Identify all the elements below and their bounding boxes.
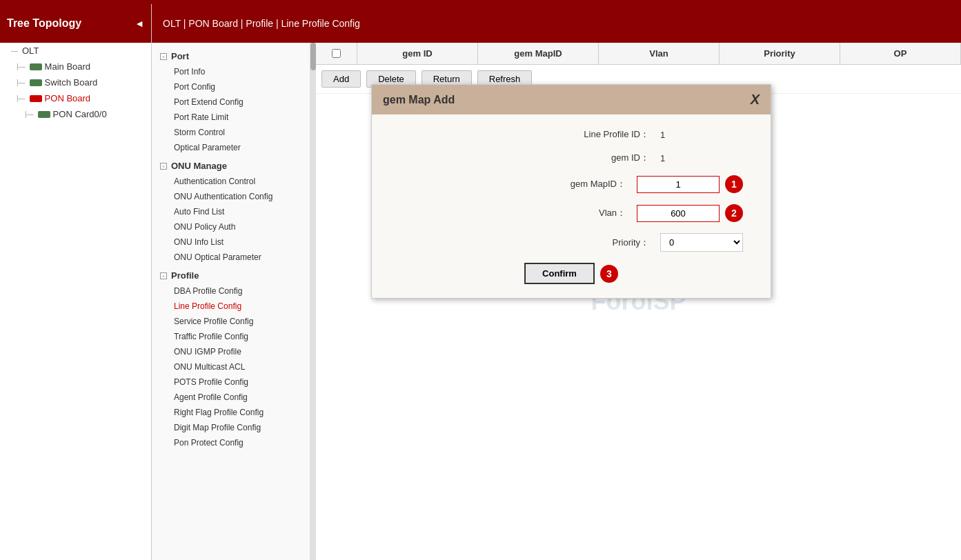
menu-item-onu-optical-param[interactable]: ONU Optical Parameter <box>152 250 310 265</box>
sidebar-collapse-icon[interactable]: ◄ <box>135 18 144 29</box>
tree-item-poncard[interactable]: |— PON Card0/0 <box>0 106 151 122</box>
menu-item-service-profile[interactable]: Service Profile Config <box>152 314 310 329</box>
menu-scrollbar[interactable] <box>310 43 316 560</box>
tree-item-ponboard[interactable]: |— PON Board <box>0 90 151 106</box>
line-profile-id-label: Line Profile ID： <box>553 128 649 141</box>
menu-item-auto-find-list[interactable]: Auto Find List <box>152 204 310 219</box>
tree-connector: |— <box>17 63 26 70</box>
menu-section-port: - Port Port Info Port Config Port Extend… <box>152 48 310 155</box>
tree-connector: |— <box>17 79 26 86</box>
menu-item-dba-profile[interactable]: DBA Profile Config <box>152 283 310 299</box>
menu-item-digit-map-profile[interactable]: Digit Map Profile Config <box>152 420 310 435</box>
table-header: gem ID gem MapID Vlan Priority OP <box>316 43 961 65</box>
menu-item-onu-igmp-profile[interactable]: ONU IGMP Profile <box>152 344 310 359</box>
tree-item-switchboard[interactable]: |— Switch Board <box>0 74 151 90</box>
gem-id-value: 1 <box>660 153 743 163</box>
profile-section-label: Profile <box>171 270 199 281</box>
tree-connector: — <box>11 47 18 54</box>
tree-connector: |— <box>17 94 26 102</box>
board-icon <box>38 111 50 118</box>
menu-item-onu-auth-config[interactable]: ONU Authentication Config <box>152 189 310 204</box>
board-icon <box>30 95 42 102</box>
modal-close-button[interactable]: X <box>751 92 760 108</box>
sidebar-title: Tree Topology <box>7 17 81 30</box>
menu-item-pots-profile[interactable]: POTS Profile Config <box>152 374 310 390</box>
th-op: OP <box>840 43 961 64</box>
form-row-vlan: Vlan： 2 <box>399 204 743 222</box>
menu-item-port-extend-config[interactable]: Port Extend Config <box>152 94 310 110</box>
board-icon <box>30 63 42 70</box>
menu-item-agent-profile[interactable]: Agent Profile Config <box>152 390 310 405</box>
th-gem-id: gem ID <box>357 43 478 64</box>
table-area: gem ID gem MapID Vlan Priority OP Add De… <box>316 43 961 560</box>
vlan-label: Vlan： <box>529 207 626 219</box>
gem-map-add-modal: gem Map Add X Line Profile ID： 1 gem ID：… <box>371 84 771 299</box>
menu-item-port-rate-limit[interactable]: Port Rate Limit <box>152 110 310 125</box>
form-row-gem-mapid: gem MapID： 1 <box>399 175 743 193</box>
select-all-checkbox[interactable] <box>332 49 341 58</box>
menu-item-onu-info-list[interactable]: ONU Info List <box>152 234 310 250</box>
menu-item-line-profile[interactable]: Line Profile Config <box>152 299 310 314</box>
gem-id-label: gem ID： <box>553 152 649 164</box>
confirm-row: Confirm 3 <box>399 263 743 284</box>
tree-connector: |— <box>25 110 34 118</box>
th-gem-mapid: gem MapID <box>478 43 599 64</box>
collapse-icon: - <box>160 53 167 60</box>
step-2-badge: 2 <box>725 204 743 222</box>
port-section-label: Port <box>171 51 189 61</box>
collapse-icon: - <box>160 272 167 279</box>
modal-title: gem Map Add <box>383 94 455 106</box>
priority-label: Priority： <box>553 237 649 249</box>
tree-item-mainboard[interactable]: |— Main Board <box>0 59 151 74</box>
line-profile-id-value: 1 <box>660 130 743 140</box>
board-icon <box>30 79 42 86</box>
add-button[interactable]: Add <box>321 70 361 88</box>
menu-item-pon-protect[interactable]: Pon Protect Config <box>152 435 310 450</box>
onu-section-label: ONU Manage <box>171 161 227 171</box>
form-row-priority: Priority： 0 1 2 3 4 5 6 7 <box>399 233 743 252</box>
ponboard-label: PON Board <box>45 93 90 103</box>
menu-section-profile: - Profile DBA Profile Config Line Profil… <box>152 268 310 450</box>
form-row-gem-id: gem ID： 1 <box>399 152 743 164</box>
breadcrumb-bar: OLT | PON Board | Profile | Line Profile… <box>152 4 961 43</box>
modal-body: Line Profile ID： 1 gem ID： 1 gem MapID： <box>372 114 771 298</box>
modal-header: gem Map Add X <box>372 85 771 114</box>
gem-mapid-label: gem MapID： <box>529 178 626 190</box>
priority-select[interactable]: 0 1 2 3 4 5 6 7 <box>660 233 743 252</box>
menu-item-onu-multicast-acl[interactable]: ONU Multicast ACL <box>152 359 310 374</box>
menu-section-port-header[interactable]: - Port <box>152 48 310 64</box>
menu-section-profile-header[interactable]: - Profile <box>152 268 310 283</box>
form-row-line-profile-id: Line Profile ID： 1 <box>399 128 743 141</box>
collapse-icon: - <box>160 163 167 170</box>
menu-item-traffic-profile[interactable]: Traffic Profile Config <box>152 329 310 344</box>
menu-item-optical-parameter[interactable]: Optical Parameter <box>152 140 310 155</box>
th-vlan: Vlan <box>599 43 720 64</box>
olt-label: OLT <box>22 46 39 56</box>
menu-item-right-flag-profile[interactable]: Right Flag Profile Config <box>152 405 310 420</box>
poncard-label: PON Card0/0 <box>53 109 107 119</box>
breadcrumb: OLT | PON Board | Profile | Line Profile… <box>163 18 360 29</box>
confirm-button[interactable]: Confirm <box>524 263 595 284</box>
menu-item-auth-control[interactable]: Authentication Control <box>152 174 310 189</box>
menu-item-onu-policy-auth[interactable]: ONU Policy Auth <box>152 219 310 234</box>
content-area: OLT | PON Board | Profile | Line Profile… <box>152 4 961 560</box>
gem-mapid-input[interactable] <box>637 176 720 193</box>
menu-item-port-info[interactable]: Port Info <box>152 64 310 79</box>
th-priority: Priority <box>720 43 840 64</box>
menu-section-onu: - ONU Manage Authentication Control ONU … <box>152 158 310 265</box>
th-checkbox[interactable] <box>316 43 357 64</box>
menu-panel: - Port Port Info Port Config Port Extend… <box>152 43 310 560</box>
tree-item-olt[interactable]: — OLT <box>0 43 151 59</box>
middle-layout: - Port Port Info Port Config Port Extend… <box>152 43 961 560</box>
step-1-badge: 1 <box>725 175 743 193</box>
switchboard-label: Switch Board <box>45 77 98 88</box>
mainboard-label: Main Board <box>45 61 90 72</box>
sidebar: Tree Topology ◄ — OLT |— Main Board |— S… <box>0 4 152 560</box>
vlan-input[interactable] <box>637 205 720 222</box>
menu-item-storm-control[interactable]: Storm Control <box>152 125 310 140</box>
menu-item-port-config[interactable]: Port Config <box>152 79 310 94</box>
sidebar-header: Tree Topology ◄ <box>0 4 151 43</box>
step-3-badge: 3 <box>600 265 618 283</box>
menu-section-onu-header[interactable]: - ONU Manage <box>152 158 310 174</box>
